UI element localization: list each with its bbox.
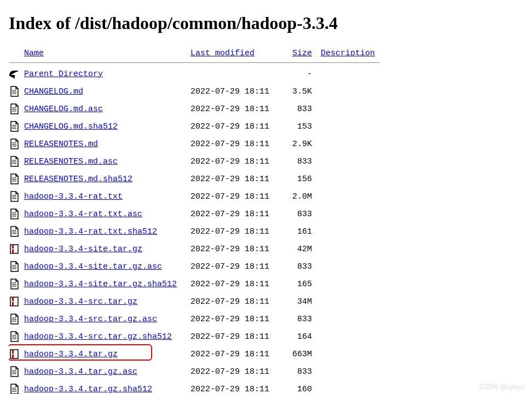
table-row: hadoop-3.3.4-rat.txt.sha5122022-07-29 18… <box>9 223 379 240</box>
file-modified: 2022-07-29 18:11 <box>190 363 281 380</box>
file-link[interactable]: hadoop-3.3.4-site.tar.gz <box>24 245 142 254</box>
file-link[interactable]: hadoop-3.3.4-rat.txt <box>24 192 123 201</box>
file-description <box>321 205 379 223</box>
header-icon <box>9 47 24 60</box>
file-size: 833 <box>281 153 321 170</box>
table-row: RELEASENOTES.md2022-07-29 18:112.9K <box>9 135 379 153</box>
file-size: 2.9K <box>281 135 321 153</box>
file-link[interactable]: hadoop-3.3.4-src.tar.gz.sha512 <box>24 332 172 341</box>
file-size: 165 <box>281 275 321 293</box>
file-size: 833 <box>281 258 321 275</box>
file-link[interactable]: CHANGELOG.md.sha512 <box>24 122 118 131</box>
file-description <box>321 310 379 328</box>
file-size: 663M <box>281 345 321 363</box>
table-row: hadoop-3.3.4-rat.txt2022-07-29 18:112.0M <box>9 188 379 205</box>
file-modified: 2022-07-29 18:11 <box>190 205 281 223</box>
parent-directory-link[interactable]: Parent Directory <box>24 69 103 79</box>
file-link[interactable]: hadoop-3.3.4-rat.txt.sha512 <box>24 227 157 236</box>
file-modified: 2022-07-29 18:11 <box>190 328 281 345</box>
file-link[interactable]: hadoop-3.3.4.tar.gz <box>24 350 118 359</box>
file-link[interactable]: hadoop-3.3.4-rat.txt.asc <box>24 210 142 219</box>
text-file-icon <box>9 366 20 378</box>
file-size: 160 <box>281 380 321 394</box>
file-link[interactable]: hadoop-3.3.4.tar.gz.sha512 <box>24 385 152 394</box>
table-row: hadoop-3.3.4-site.tar.gz2022-07-29 18:11… <box>9 240 379 258</box>
file-description <box>321 153 379 170</box>
table-row: hadoop-3.3.4.tar.gz2022-07-29 18:11663M <box>9 345 379 363</box>
file-link[interactable]: CHANGELOG.md.asc <box>24 105 103 114</box>
file-modified: 2022-07-29 18:11 <box>190 293 281 310</box>
file-link[interactable]: hadoop-3.3.4-src.tar.gz.asc <box>24 315 157 324</box>
archive-icon <box>9 296 20 308</box>
file-description <box>321 328 379 345</box>
file-size: 153 <box>281 118 321 135</box>
file-link[interactable]: RELEASENOTES.md <box>24 140 98 149</box>
text-file-icon <box>9 190 20 202</box>
file-modified: 2022-07-29 18:11 <box>190 345 281 363</box>
file-link[interactable]: hadoop-3.3.4-src.tar.gz <box>24 297 137 306</box>
header-name-link[interactable]: Name <box>24 49 44 58</box>
table-row: hadoop-3.3.4.tar.gz.asc2022-07-29 18:118… <box>9 363 379 380</box>
text-file-icon <box>9 331 20 343</box>
file-link[interactable]: RELEASENOTES.md.asc <box>24 157 118 166</box>
file-modified: 2022-07-29 18:11 <box>190 135 281 153</box>
file-modified: 2022-07-29 18:11 <box>190 240 281 258</box>
parent-size: - <box>281 65 321 83</box>
file-modified: 2022-07-29 18:11 <box>190 275 281 293</box>
file-modified: 2022-07-29 18:11 <box>190 83 281 100</box>
file-modified: 2022-07-29 18:11 <box>190 258 281 275</box>
file-size: 164 <box>281 328 321 345</box>
file-size: 833 <box>281 310 321 328</box>
file-modified: 2022-07-29 18:11 <box>190 380 281 394</box>
table-row: RELEASENOTES.md.asc2022-07-29 18:11833 <box>9 153 379 170</box>
table-row: hadoop-3.3.4-site.tar.gz.sha5122022-07-2… <box>9 275 379 293</box>
archive-icon <box>9 243 20 255</box>
table-row: hadoop-3.3.4-src.tar.gz.asc2022-07-29 18… <box>9 310 379 328</box>
file-description <box>321 223 379 240</box>
table-row: RELEASENOTES.md.sha5122022-07-29 18:1115… <box>9 170 379 188</box>
table-row: hadoop-3.3.4-site.tar.gz.asc2022-07-29 1… <box>9 258 379 275</box>
file-modified: 2022-07-29 18:11 <box>190 118 281 135</box>
svg-rect-36 <box>10 297 18 306</box>
text-file-icon <box>9 260 20 273</box>
file-size: 3.5K <box>281 83 321 100</box>
text-file-icon <box>9 173 20 185</box>
table-row: hadoop-3.3.4-src.tar.gz2022-07-29 18:11 … <box>9 293 379 310</box>
file-modified: 2022-07-29 18:11 <box>190 310 281 328</box>
file-modified: 2022-07-29 18:11 <box>190 223 281 240</box>
svg-rect-27 <box>10 245 18 253</box>
table-row: CHANGELOG.md.sha5122022-07-29 18:11153 <box>9 118 379 135</box>
file-description <box>321 100 379 118</box>
file-modified: 2022-07-29 18:11 <box>190 153 281 170</box>
header-description-link[interactable]: Description <box>321 49 375 58</box>
file-size: 833 <box>281 205 321 223</box>
file-description <box>321 188 379 205</box>
text-file-icon <box>9 208 20 220</box>
file-size: 34M <box>281 293 321 310</box>
archive-icon <box>9 348 20 360</box>
table-row: CHANGELOG.md2022-07-29 18:113.5K <box>9 83 379 100</box>
table-row: hadoop-3.3.4.tar.gz.sha5122022-07-29 18:… <box>9 380 379 394</box>
file-size: 156 <box>281 170 321 188</box>
file-link[interactable]: RELEASENOTES.md.sha512 <box>24 175 132 184</box>
svg-point-29 <box>12 248 13 250</box>
header-size-link[interactable]: Size <box>292 49 312 58</box>
page-title: Index of /dist/hadoop/common/hadoop-3.3.… <box>9 13 523 33</box>
file-modified: 2022-07-29 18:11 <box>190 188 281 205</box>
file-link[interactable]: CHANGELOG.md <box>24 87 83 96</box>
file-modified: 2022-07-29 18:11 <box>190 170 281 188</box>
text-file-icon <box>9 85 20 97</box>
text-file-icon <box>9 138 20 150</box>
file-size: 2.0M <box>281 188 321 205</box>
text-file-icon <box>9 313 20 325</box>
header-modified-link[interactable]: Last modified <box>190 49 255 58</box>
text-file-icon <box>9 278 20 290</box>
file-size: 161 <box>281 223 321 240</box>
file-link[interactable]: hadoop-3.3.4-site.tar.gz.sha512 <box>24 280 177 289</box>
table-row: hadoop-3.3.4-src.tar.gz.sha5122022-07-29… <box>9 328 379 345</box>
text-file-icon <box>9 103 20 115</box>
file-listing-table: Name Last modified Size Description Pare… <box>9 47 379 394</box>
file-link[interactable]: hadoop-3.3.4.tar.gz.asc <box>24 367 137 376</box>
file-link[interactable]: hadoop-3.3.4-site.tar.gz.asc <box>24 262 162 271</box>
file-description <box>321 258 379 275</box>
